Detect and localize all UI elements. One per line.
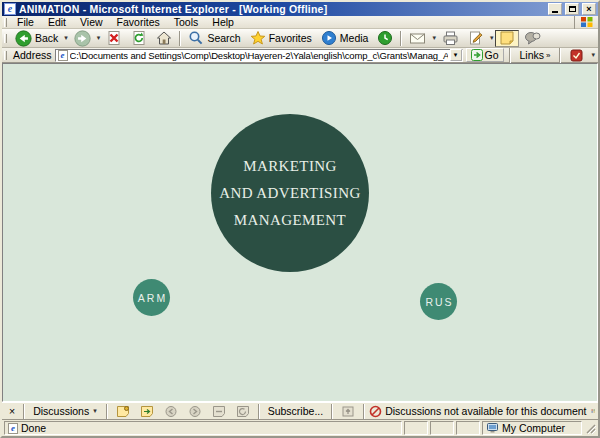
messenger-button[interactable] <box>520 30 545 47</box>
links-label: Links <box>520 49 545 61</box>
go-button[interactable]: Go <box>466 48 504 62</box>
standard-toolbar: Back ▾ ▾ <box>2 29 598 48</box>
show-hide-discussion-icon <box>212 405 226 418</box>
antivirus-button[interactable] <box>566 47 587 64</box>
edit-icon <box>468 30 484 46</box>
search-button[interactable]: Search <box>184 30 244 47</box>
discussbar-separator <box>258 404 260 419</box>
windows-flag-icon <box>580 16 594 28</box>
minimize-button[interactable] <box>548 3 562 15</box>
address-input[interactable]: C:\Documents and Settings\Comp\Desktop\H… <box>70 50 448 61</box>
main-circle-line-2: AND ADVERTISING <box>219 180 360 207</box>
stop-communication-button[interactable] <box>337 404 359 418</box>
favorites-star-icon <box>250 30 266 46</box>
menu-edit[interactable]: Edit <box>41 16 73 29</box>
main-circle-line-1: MARKETING <box>243 153 337 180</box>
antivirus-shield-icon <box>570 49 583 62</box>
subscribe-button[interactable]: Subscribe... <box>264 404 327 418</box>
addressbar-separator <box>509 48 511 63</box>
discuss-icon <box>499 30 515 46</box>
insert-discussion-page-button[interactable] <box>136 404 158 418</box>
insert-discussion-page-icon <box>140 405 154 418</box>
forward-button[interactable] <box>70 30 95 47</box>
back-button[interactable]: Back <box>11 30 62 47</box>
window-title: ANIMATION - Microsoft Internet Explorer … <box>19 3 545 15</box>
links-button[interactable]: Links » <box>516 48 555 62</box>
refresh-button[interactable] <box>127 30 151 47</box>
maximize-icon <box>569 6 576 12</box>
menu-file[interactable]: File <box>10 16 41 29</box>
messenger-icon <box>524 30 541 46</box>
status-pane-empty <box>404 421 428 435</box>
menubar-grip[interactable] <box>4 18 7 27</box>
home-icon <box>156 30 172 46</box>
discussion-status-message: Discussions not available for this docum… <box>369 405 586 418</box>
menu-view[interactable]: View <box>73 16 110 29</box>
back-icon <box>15 30 32 47</box>
discuss-button[interactable] <box>495 30 519 47</box>
refresh-discussion-icon <box>236 405 250 418</box>
close-button[interactable]: × <box>582 3 596 15</box>
status-text: Done <box>21 422 46 434</box>
insert-discussion-document-icon <box>116 405 130 418</box>
media-icon <box>321 30 337 46</box>
addressbar-separator <box>559 48 561 63</box>
minimize-icon <box>552 11 558 13</box>
maximize-button[interactable] <box>565 3 579 15</box>
not-available-icon <box>369 405 382 418</box>
search-label: Search <box>207 32 240 44</box>
stop-button[interactable] <box>102 30 126 47</box>
arm-language-button[interactable]: ARM <box>133 279 170 316</box>
refresh-discussion-button[interactable] <box>232 404 254 418</box>
status-page-icon: e <box>8 423 18 434</box>
address-combobox[interactable]: e C:\Documents and Settings\Comp\Desktop… <box>55 49 463 62</box>
address-dropdown-button[interactable]: ▾ <box>450 49 462 61</box>
home-button[interactable] <box>152 30 176 47</box>
history-icon <box>377 30 393 46</box>
address-bar: Address e C:\Documents and Settings\Comp… <box>2 48 598 63</box>
discussion-bar-close-button[interactable]: × <box>5 404 19 418</box>
stop-icon <box>106 30 122 46</box>
discussions-menu-button[interactable]: Discussions ▾ <box>29 404 102 418</box>
favorites-label: Favorites <box>269 32 312 44</box>
insert-discussion-document-button[interactable] <box>112 404 134 418</box>
status-pane-empty <box>456 421 480 435</box>
toolbar-grip[interactable] <box>4 34 7 43</box>
menu-help[interactable]: Help <box>205 16 241 29</box>
menu-favorites[interactable]: Favorites <box>110 16 167 29</box>
discussion-bar: × Discussions ▾ <box>2 402 598 419</box>
media-button[interactable]: Media <box>317 30 373 47</box>
favorites-button[interactable]: Favorites <box>246 30 316 47</box>
mail-icon <box>409 30 426 46</box>
previous-discussion-button[interactable] <box>160 404 182 418</box>
menu-tools[interactable]: Tools <box>167 16 206 29</box>
show-hide-discussion-button[interactable] <box>208 404 230 418</box>
resize-grip[interactable] <box>584 421 597 435</box>
antivirus-dropdown-chevron[interactable]: ▾ <box>590 51 596 59</box>
stop-communication-icon <box>341 405 355 418</box>
back-dropdown-chevron[interactable]: ▾ <box>63 34 69 42</box>
status-pane-empty <box>430 421 454 435</box>
resize-grip-icon <box>585 423 597 435</box>
discussions-label: Discussions <box>33 405 89 417</box>
discussion-status-text: Discussions not available for this docum… <box>385 405 586 417</box>
discussbar-separator <box>106 404 108 419</box>
mail-button[interactable] <box>405 30 430 47</box>
discussbar-separator <box>363 404 365 419</box>
print-button[interactable] <box>438 30 463 47</box>
forward-dropdown-chevron[interactable]: ▾ <box>96 34 102 42</box>
main-circle-line-3: MANAGEMENT <box>234 207 346 234</box>
discussions-dropdown-chevron: ▾ <box>92 407 98 415</box>
rus-language-button[interactable]: RUS <box>420 283 457 320</box>
mail-dropdown-chevron[interactable]: ▾ <box>431 34 437 42</box>
edit-button[interactable] <box>464 30 488 47</box>
security-zone-pane: My Computer <box>482 421 582 435</box>
edit-dropdown-chevron[interactable]: ▾ <box>489 34 495 42</box>
addressbar-grip[interactable] <box>4 51 7 60</box>
browser-window: e ANIMATION - Microsoft Internet Explore… <box>0 0 600 438</box>
history-button[interactable] <box>373 30 397 47</box>
page-content: MARKETING AND ADVERTISING MANAGEMENT ARM… <box>2 63 598 402</box>
address-label: Address <box>13 49 52 61</box>
next-discussion-button[interactable] <box>184 404 206 418</box>
my-computer-icon <box>486 422 499 434</box>
